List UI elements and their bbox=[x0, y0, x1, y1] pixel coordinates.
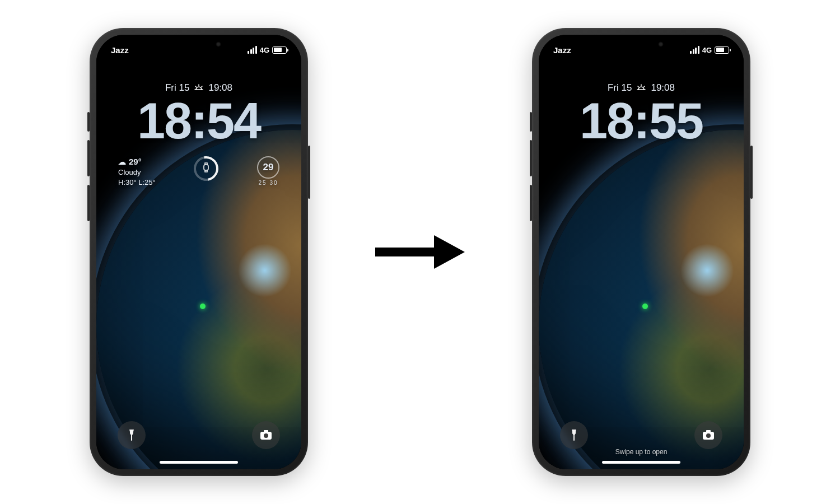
weather-widget[interactable]: ☁29° Cloudy H:30° L:25° bbox=[118, 156, 156, 187]
carrier-label: Jazz bbox=[111, 45, 129, 55]
widgets-row: ☁29° Cloudy H:30° L:25° 29 25 30 bbox=[115, 156, 283, 187]
date-label: Fri 15 bbox=[165, 82, 189, 94]
home-indicator[interactable] bbox=[602, 461, 680, 464]
phone-left: Jazz 4G Fri 15 19:08 18:54 bbox=[90, 28, 308, 476]
date-row[interactable]: Fri 15 19:08 bbox=[165, 82, 232, 94]
signal-icon bbox=[248, 46, 257, 54]
battery-widget[interactable] bbox=[194, 156, 218, 181]
signal-icon bbox=[690, 46, 699, 54]
date-label: Fri 15 bbox=[608, 82, 632, 94]
network-label: 4G bbox=[702, 46, 712, 54]
cloud-icon: ☁ bbox=[118, 157, 126, 167]
notch bbox=[599, 35, 683, 54]
sunset-icon bbox=[194, 83, 204, 93]
date-row[interactable]: Fri 15 19:08 bbox=[608, 82, 675, 94]
lock-screen[interactable]: Jazz 4G Fri 15 19:08 18:54 bbox=[96, 35, 301, 469]
location-dot-icon bbox=[200, 304, 206, 309]
sunset-icon bbox=[636, 83, 646, 93]
sunset-time: 19:08 bbox=[208, 82, 232, 94]
svg-point-2 bbox=[264, 433, 268, 438]
location-dot-icon bbox=[642, 304, 648, 309]
mute-switch[interactable] bbox=[87, 112, 90, 132]
notch bbox=[157, 35, 241, 54]
lock-time[interactable]: 18:54 bbox=[137, 96, 260, 146]
volume-up-button[interactable] bbox=[87, 140, 90, 176]
camera-button[interactable] bbox=[252, 421, 280, 449]
sunset-time: 19:08 bbox=[651, 82, 675, 94]
flashlight-button[interactable] bbox=[118, 421, 146, 449]
lock-screen[interactable]: Jazz 4G Fri 15 19:08 18:55 bbox=[539, 35, 744, 469]
swipe-hint: Swipe up to open bbox=[539, 448, 744, 456]
calendar-day: 29 bbox=[263, 162, 274, 173]
calendar-widget[interactable]: 29 25 30 bbox=[257, 156, 279, 186]
power-button[interactable] bbox=[750, 146, 753, 199]
mute-switch[interactable] bbox=[530, 112, 532, 132]
calendar-range: 25 30 bbox=[257, 180, 279, 186]
svg-point-7 bbox=[706, 433, 711, 438]
battery-icon bbox=[715, 46, 729, 54]
flashlight-button[interactable] bbox=[560, 421, 588, 449]
home-indicator[interactable] bbox=[160, 461, 238, 464]
svg-rect-0 bbox=[204, 165, 208, 170]
battery-icon bbox=[272, 46, 287, 54]
weather-temp: 29° bbox=[129, 156, 142, 167]
camera-button[interactable] bbox=[694, 421, 722, 449]
volume-up-button[interactable] bbox=[530, 140, 532, 176]
watch-icon bbox=[202, 162, 210, 175]
lock-time[interactable]: 18:55 bbox=[580, 96, 703, 146]
svg-rect-4 bbox=[375, 248, 437, 256]
svg-rect-8 bbox=[706, 430, 711, 432]
volume-down-button[interactable] bbox=[530, 185, 532, 221]
svg-rect-3 bbox=[264, 430, 268, 432]
weather-cond: Cloudy bbox=[118, 167, 156, 178]
power-button[interactable] bbox=[308, 146, 310, 199]
network-label: 4G bbox=[260, 46, 269, 54]
weather-hilo: H:30° L:25° bbox=[118, 178, 156, 188]
arrow-icon bbox=[375, 235, 465, 269]
phone-right: Jazz 4G Fri 15 19:08 18:55 bbox=[532, 28, 750, 476]
carrier-label: Jazz bbox=[553, 45, 571, 55]
volume-down-button[interactable] bbox=[87, 185, 90, 221]
svg-marker-5 bbox=[434, 235, 465, 269]
